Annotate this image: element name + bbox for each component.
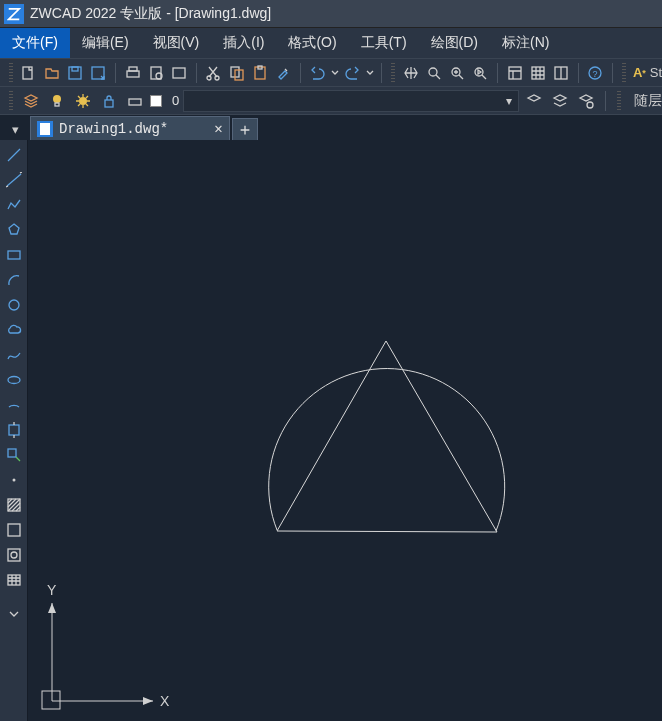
region-tool[interactable] <box>3 544 25 566</box>
help-button[interactable]: ? <box>585 62 606 84</box>
rectangle-tool[interactable] <box>3 244 25 266</box>
layer-grip[interactable] <box>9 91 13 111</box>
svg-rect-37 <box>8 524 20 536</box>
pan-button[interactable] <box>400 62 421 84</box>
zoom-previous-button[interactable] <box>470 62 491 84</box>
menu-format[interactable]: 格式(O) <box>276 28 348 58</box>
menu-dimension[interactable]: 标注(N) <box>490 28 561 58</box>
zoom-window-button[interactable] <box>447 62 468 84</box>
text-style-label[interactable]: St <box>650 62 662 84</box>
line-tool[interactable] <box>3 144 25 166</box>
layer-bulb-icon[interactable] <box>46 90 68 112</box>
polyline-tool[interactable] <box>3 194 25 216</box>
plot-preview-button[interactable] <box>145 62 166 84</box>
draw-toolbar <box>0 140 28 721</box>
menu-edit[interactable]: 编辑(E) <box>70 28 141 58</box>
paste-button[interactable] <box>249 62 270 84</box>
ellipse-arc-tool[interactable] <box>3 394 25 416</box>
svg-point-10 <box>215 76 219 80</box>
match-properties-button[interactable] <box>272 62 293 84</box>
workspace: X Y <box>0 140 662 721</box>
copy-button[interactable] <box>226 62 247 84</box>
layer-previous-button[interactable] <box>575 90 597 112</box>
properties-panel-button[interactable] <box>504 62 525 84</box>
saveas-button[interactable] <box>88 62 109 84</box>
plot-button[interactable] <box>122 62 143 84</box>
svg-rect-8 <box>173 68 185 78</box>
linetype-dropdown[interactable]: 随层 <box>634 92 662 110</box>
toolbar-expand[interactable] <box>3 603 25 625</box>
open-file-button[interactable] <box>41 62 62 84</box>
layer-dropdown[interactable]: ▾ <box>183 90 519 112</box>
svg-rect-1 <box>69 67 81 79</box>
menu-tools[interactable]: 工具(T) <box>349 28 419 58</box>
svg-rect-33 <box>9 425 19 435</box>
linetype-grip[interactable] <box>617 91 621 111</box>
insert-block-tool[interactable] <box>3 419 25 441</box>
tab-list-button[interactable]: ▾ <box>6 118 24 140</box>
layer-toolbar: 0 ▾ 随层 <box>0 86 662 114</box>
menu-insert[interactable]: 插入(I) <box>211 28 276 58</box>
dwg-file-icon <box>37 121 53 137</box>
tool-palettes-button[interactable] <box>551 62 572 84</box>
arc-tool[interactable] <box>3 269 25 291</box>
svg-rect-38 <box>8 524 20 536</box>
svg-rect-39 <box>8 549 20 561</box>
publish-button[interactable] <box>168 62 189 84</box>
ucs-icon: X Y <box>42 582 170 709</box>
svg-point-32 <box>8 377 20 384</box>
circle-tool[interactable] <box>3 294 25 316</box>
cut-button[interactable] <box>203 62 224 84</box>
new-tab-button[interactable] <box>232 118 258 140</box>
undo-dropdown[interactable] <box>330 62 340 84</box>
polygon-tool[interactable] <box>3 219 25 241</box>
menu-draw[interactable]: 绘图(D) <box>419 28 490 58</box>
ellipse-tool[interactable] <box>3 369 25 391</box>
drawing-canvas[interactable]: X Y <box>28 140 662 721</box>
menu-file[interactable]: 文件(F) <box>0 28 70 58</box>
svg-rect-41 <box>8 575 20 585</box>
save-button[interactable] <box>64 62 85 84</box>
undo-button[interactable] <box>307 62 328 84</box>
layer-plot-icon[interactable] <box>124 90 146 112</box>
svg-point-15 <box>429 68 437 76</box>
layer-color-chip[interactable] <box>150 95 162 107</box>
text-style-button[interactable]: A* <box>631 62 648 84</box>
construction-line-tool[interactable] <box>3 169 25 191</box>
design-center-button[interactable] <box>527 62 548 84</box>
make-block-tool[interactable] <box>3 444 25 466</box>
spline-tool[interactable] <box>3 344 25 366</box>
toolbar-grip-3[interactable] <box>622 63 626 83</box>
svg-rect-30 <box>8 251 20 259</box>
svg-point-40 <box>11 552 17 558</box>
layer-manager-button[interactable] <box>20 90 42 112</box>
layer-name: 0 <box>172 93 179 108</box>
layer-isolate-button[interactable] <box>549 90 571 112</box>
svg-rect-24 <box>55 103 59 106</box>
zoom-realtime-button[interactable] <box>423 62 444 84</box>
svg-rect-2 <box>72 67 78 71</box>
menu-bar: 文件(F) 编辑(E) 视图(V) 插入(I) 格式(O) 工具(T) 绘图(D… <box>0 28 662 58</box>
ucs-y-label: Y <box>47 582 57 598</box>
redo-dropdown[interactable] <box>365 62 375 84</box>
title-bar: ZWCAD 2022 专业版 - [Drawing1.dwg] <box>0 0 662 28</box>
window-title: ZWCAD 2022 专业版 - [Drawing1.dwg] <box>30 5 271 23</box>
gradient-tool[interactable] <box>3 519 25 541</box>
redo-button[interactable] <box>342 62 363 84</box>
close-tab-button[interactable]: ✕ <box>214 120 222 137</box>
svg-point-25 <box>79 97 87 105</box>
menu-view[interactable]: 视图(V) <box>141 28 212 58</box>
svg-rect-5 <box>129 67 137 71</box>
table-tool[interactable] <box>3 569 25 591</box>
point-tool[interactable] <box>3 469 25 491</box>
layer-freeze-icon[interactable] <box>72 90 94 112</box>
layer-states-button[interactable] <box>523 90 545 112</box>
toolbar-grip-2[interactable] <box>391 63 395 83</box>
layer-lock-icon[interactable] <box>98 90 120 112</box>
tab-drawing1[interactable]: Drawing1.dwg* ✕ <box>30 116 230 140</box>
new-file-button[interactable] <box>18 62 39 84</box>
revision-cloud-tool[interactable] <box>3 319 25 341</box>
hatch-tool[interactable] <box>3 494 25 516</box>
toolbar-grip[interactable] <box>9 63 13 83</box>
svg-rect-19 <box>532 67 544 79</box>
